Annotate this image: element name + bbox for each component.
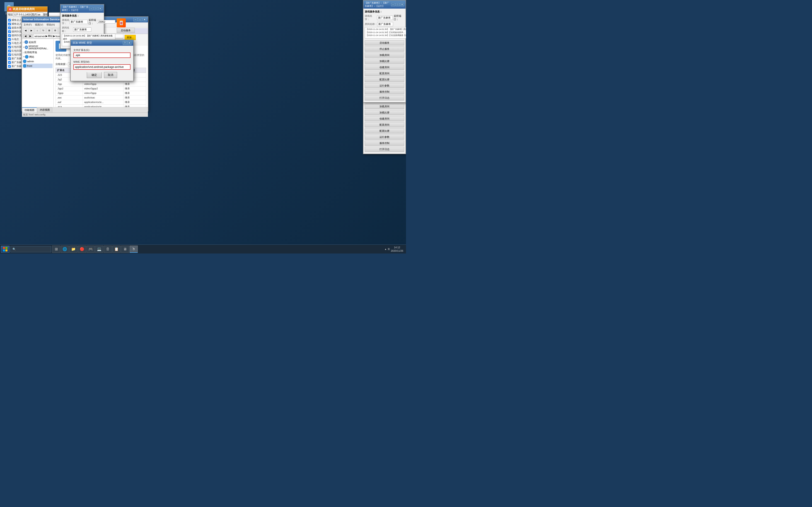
taskbar-icon-4[interactable]: 🔴 <box>78 245 86 253</box>
crumb-sep2: ▶ <box>53 35 55 38</box>
game-check-4[interactable] <box>8 30 11 33</box>
tray-arrow[interactable]: ▲ <box>385 248 387 250</box>
menu-view[interactable]: 视图(V) <box>34 23 44 27</box>
game-check-5[interactable] <box>8 34 11 37</box>
rp-run-params-btn[interactable]: 运行参数 <box>365 83 404 88</box>
rp-log-3: 【2020-11-24 14:01:39】正在连接调服器【127.0.0.1:6… <box>366 34 406 37</box>
taskbar-icon-7[interactable]: 🗓 <box>104 245 112 253</box>
sidebar-item-apppool[interactable]: ▷ 应用程序池 <box>23 50 53 55</box>
taskbar-icon-3[interactable]: 📁 <box>69 245 78 253</box>
taskbar-icon-9[interactable]: 🖥 <box>121 245 129 253</box>
lr-run-params-btn[interactable]: 运行参数 <box>365 134 404 139</box>
lr-service-ctrl-btn[interactable]: 服务控制 <box>365 140 404 146</box>
tab-feature-view[interactable]: 功能视图 <box>22 107 37 112</box>
rp-open-log-btn[interactable]: 打开日志 <box>365 95 404 101</box>
gw1-maximize[interactable]: □ <box>94 7 98 10</box>
table-row: .3gp2video/3gpp2继承 <box>56 86 146 91</box>
rp-config-match-btn[interactable]: 配置比赛 <box>365 77 404 82</box>
game-label-6: 斗地主 <box>11 38 19 41</box>
start-button[interactable] <box>1 246 9 252</box>
game-check-2[interactable] <box>8 23 11 25</box>
taskbar-icon-5[interactable]: 🎮 <box>87 245 95 253</box>
taskbar-icon-1[interactable]: ⊞ <box>52 245 60 253</box>
sidebar-item-admin[interactable]: 🌐 admin <box>23 59 53 64</box>
rp-minimize[interactable]: ─ <box>391 3 395 6</box>
rp-config-room-btn[interactable]: 配置房间 <box>365 71 404 76</box>
dialog-ok-button[interactable]: 确定 <box>87 72 102 78</box>
sidebar-item-home[interactable]: ▷ ⌂ 起始页 <box>23 40 53 44</box>
game-label-8: 红包扫雷 <box>11 45 21 49</box>
lr-load-match-btn[interactable]: 加载比赛 <box>365 110 404 115</box>
gw1-minimize[interactable]: ─ <box>89 7 93 10</box>
game-check-13[interactable] <box>8 65 11 68</box>
toolbar-back[interactable]: ◀ <box>23 28 28 33</box>
toolbar-home[interactable]: ⌂ <box>35 28 40 33</box>
game-check-12[interactable] <box>8 61 11 64</box>
crumb-front[interactable]: front <box>55 35 60 38</box>
rp-title: 【新广东麻将】--【新广东麻将】--【运行】 <box>365 1 391 8</box>
toolbar-b1[interactable]: 🖥 <box>46 28 52 33</box>
iis-maximize-button[interactable]: □ <box>138 18 142 21</box>
gw1-start-btn[interactable]: 启动服务 <box>117 28 135 33</box>
rp-service-ctrl-btn[interactable]: 服务控制 <box>365 89 404 94</box>
dialog-cancel-button[interactable]: 取消 <box>104 72 117 78</box>
mime-type-input[interactable] <box>73 64 131 70</box>
user-input[interactable] <box>37 12 43 16</box>
crumb-winserver[interactable]: winserver <box>35 35 45 38</box>
rp-stop-btn[interactable]: 停止服务 <box>365 46 404 52</box>
toolbar-forward[interactable]: ▶ <box>29 28 34 33</box>
game-check-9[interactable] <box>8 50 11 52</box>
rp-start-btn[interactable]: 启动服务 <box>365 40 404 46</box>
game-check-11[interactable] <box>8 57 11 60</box>
gw1-gamename-label: 游戏名字： <box>62 18 69 25</box>
taskbar-icon-6[interactable]: 💻 <box>95 245 103 253</box>
sidebar-admin-label: admin <box>27 60 34 63</box>
lr-load-room-btn[interactable]: 加载房间 <box>365 104 404 109</box>
crumb-wangzhan[interactable]: 网站 <box>48 35 53 38</box>
game-check-6[interactable] <box>8 38 11 41</box>
game-check-3[interactable] <box>8 26 11 29</box>
sidebar-item-front[interactable]: 🌐 front <box>23 64 53 68</box>
launcher-icon: 此 <box>8 7 12 11</box>
game-check-1[interactable] <box>8 19 11 21</box>
rp-create-room-btn[interactable]: 创建房间 <box>365 65 404 70</box>
dialog-btn-row: 确定 取消 <box>73 72 131 78</box>
mime-dialog-help-button[interactable]: ? <box>123 41 127 45</box>
rp-load-room-btn[interactable]: 加载房间 <box>365 53 404 58</box>
menu-help[interactable]: 帮助(H) <box>46 23 55 27</box>
taskbar-icon-8[interactable]: 📋 <box>112 245 120 253</box>
toolbar-b2[interactable]: ⚙ <box>52 28 58 33</box>
taskbar-icon-10[interactable]: 🖱 <box>130 245 138 253</box>
sidebar-item-sites[interactable]: ▼ 🌐 网站 <box>23 55 53 59</box>
game-check-7[interactable] <box>8 42 11 45</box>
tab-content-view[interactable]: 内容视图 <box>37 107 52 112</box>
taskbar-icon-2[interactable]: 🌐 <box>61 245 69 253</box>
lr-config-match-btn[interactable]: 配置比赛 <box>365 128 404 133</box>
file-ext-input[interactable] <box>73 53 131 58</box>
table-cell-type: 继承 <box>123 104 146 107</box>
rp-maximize[interactable]: □ <box>396 3 400 6</box>
game-check-8[interactable] <box>8 46 11 48</box>
rp-load-match-btn[interactable]: 加载比赛 <box>365 59 404 64</box>
game-check-10[interactable] <box>8 53 11 56</box>
table-row: .3gppvideo/3gpp继承 <box>56 91 146 95</box>
file-ext-group: 文件扩展名(E): <box>73 48 131 58</box>
lr-create-room-btn[interactable]: 创建房间 <box>365 116 404 121</box>
rp-close[interactable]: ✕ <box>400 3 404 6</box>
address-input[interactable] <box>13 12 32 16</box>
menu-file[interactable]: 文件(F) <box>23 23 33 27</box>
password-input[interactable] <box>49 12 61 16</box>
tray-lang[interactable]: 英 <box>388 247 390 251</box>
lr-open-log-btn[interactable]: 打开日志 <box>365 147 404 152</box>
toolbar-refresh[interactable]: ↻ <box>41 28 46 33</box>
mime-dialog-close-button[interactable]: ✕ <box>127 41 132 45</box>
game-launcher-titlebar: 此 此是启动游戏房间 <box>7 7 47 12</box>
iis-close-button[interactable]: ✕ <box>143 18 147 21</box>
addr-nav-next[interactable]: ▶ <box>28 34 33 38</box>
gw1-close[interactable]: ✕ <box>98 7 102 10</box>
addr-nav-prev[interactable]: ◀ <box>23 34 28 38</box>
sidebar-item-server[interactable]: ▼ 🖥 winserver (WINSERVER\Ad... <box>23 44 53 50</box>
lr-config-room-btn[interactable]: 配置房间 <box>365 122 404 127</box>
mime-dialog-controls: ? ✕ <box>123 41 132 45</box>
taskbar-search[interactable] <box>10 246 51 252</box>
